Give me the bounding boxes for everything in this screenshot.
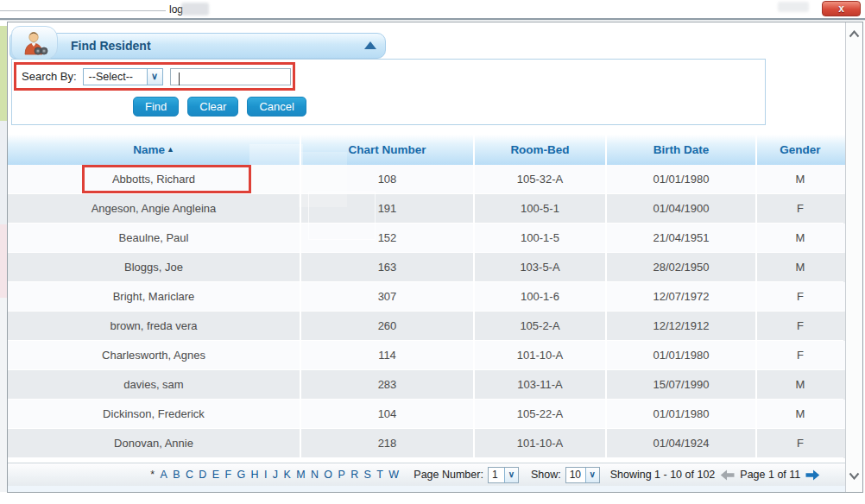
table-row[interactable]: brown, freda vera260105-2-A12/12/1912F: [8, 312, 845, 341]
column-header-gender[interactable]: Gender: [757, 135, 843, 165]
table-cell[interactable]: 01/04/1900: [607, 194, 757, 224]
table-cell[interactable]: M: [757, 224, 843, 253]
table-cell[interactable]: Bloggs, Joe: [8, 253, 301, 282]
table-cell[interactable]: M: [757, 165, 843, 194]
prev-page-icon[interactable]: [720, 469, 735, 481]
alpha-filter-o[interactable]: O: [324, 469, 332, 481]
clear-button[interactable]: Clear: [187, 97, 238, 117]
table-cell[interactable]: brown, freda vera: [8, 312, 301, 341]
table-row[interactable]: Charlesworth, Agnes114101-10-A01/01/1980…: [8, 341, 845, 370]
cancel-button[interactable]: Cancel: [247, 97, 306, 117]
table-cell[interactable]: 103-5-A: [475, 253, 607, 282]
alpha-filter-i[interactable]: I: [264, 469, 267, 481]
alpha-filter-all[interactable]: *: [150, 469, 155, 481]
table-cell[interactable]: 218: [301, 429, 475, 458]
table-cell[interactable]: 105-32-A: [475, 165, 607, 194]
table-cell[interactable]: 01/01/1980: [607, 165, 757, 194]
table-cell[interactable]: 100-1-6: [475, 282, 607, 312]
alpha-filter-p[interactable]: P: [338, 469, 344, 481]
table-row[interactable]: Abbotts, Richard108105-32-A01/01/1980M: [8, 165, 845, 194]
search-input[interactable]: [170, 68, 291, 85]
scroll-up-icon[interactable]: [849, 30, 860, 38]
table-cell[interactable]: 15/07/1990: [607, 370, 757, 400]
table-cell[interactable]: 260: [301, 312, 475, 341]
table-row[interactable]: davies, sam283103-11-A15/07/1990M: [8, 370, 845, 400]
table-cell[interactable]: 01/04/1924: [607, 429, 757, 458]
table-cell[interactable]: M: [757, 370, 843, 400]
alpha-filter-w[interactable]: W: [388, 469, 399, 481]
alpha-filter-j[interactable]: J: [273, 469, 278, 481]
table-cell[interactable]: M: [757, 253, 843, 282]
show-select[interactable]: 10 ∨: [565, 467, 600, 483]
table-cell[interactable]: 103-11-A: [475, 370, 607, 400]
chevron-down-icon[interactable]: ∨: [147, 69, 162, 85]
alpha-filter-k[interactable]: K: [283, 469, 290, 481]
column-header-name[interactable]: Name▲: [8, 135, 301, 165]
alpha-filter-c[interactable]: C: [186, 469, 193, 481]
page-number-select[interactable]: 1 ∨: [488, 467, 519, 483]
alpha-filter-a[interactable]: A: [160, 469, 167, 481]
alpha-filter-n[interactable]: N: [311, 469, 319, 481]
table-row[interactable]: Donovan, Annie218101-10-A01/04/1924F: [8, 429, 845, 458]
table-cell[interactable]: 01/01/1980: [607, 400, 757, 429]
table-cell[interactable]: Dickinson, Frederick: [8, 400, 301, 429]
table-cell[interactable]: 105-2-A: [475, 312, 607, 341]
table-cell[interactable]: Beaulne, Paul: [8, 224, 301, 253]
table-cell[interactable]: davies, sam: [8, 370, 301, 400]
vertical-scrollbar[interactable]: [845, 22, 862, 492]
alpha-filter-f[interactable]: F: [224, 469, 231, 481]
table-row[interactable]: Angeson, Angie Angleina191100-5-101/04/1…: [8, 194, 845, 224]
find-button[interactable]: Find: [133, 97, 179, 117]
alpha-filter-t[interactable]: T: [376, 469, 383, 481]
table-cell[interactable]: 12/12/1912: [607, 312, 757, 341]
alpha-filter-e[interactable]: E: [212, 469, 219, 481]
table-cell[interactable]: Charlesworth, Agnes: [8, 341, 301, 370]
column-header-room-bed[interactable]: Room-Bed: [475, 135, 607, 165]
alpha-filter-m[interactable]: M: [296, 469, 305, 481]
scroll-down-icon[interactable]: [849, 472, 860, 480]
table-row[interactable]: Bright, Mariclare307100-1-612/07/1972F: [8, 282, 845, 312]
table-cell[interactable]: 28/02/1950: [607, 253, 757, 282]
table-cell[interactable]: 191: [301, 194, 475, 224]
table-cell[interactable]: F: [757, 341, 843, 370]
chevron-down-icon[interactable]: ∨: [504, 468, 518, 482]
table-cell[interactable]: Abbotts, Richard: [8, 165, 301, 194]
table-cell[interactable]: 12/07/1972: [607, 282, 757, 312]
collapse-arrow-icon[interactable]: [364, 41, 376, 49]
table-cell[interactable]: M: [757, 400, 843, 429]
table-cell[interactable]: 21/04/1951: [607, 224, 757, 253]
table-cell[interactable]: 108: [301, 165, 475, 194]
chevron-down-icon[interactable]: ∨: [585, 468, 599, 482]
table-cell[interactable]: 100-1-5: [475, 224, 607, 253]
table-cell[interactable]: F: [757, 194, 843, 224]
table-cell[interactable]: 163: [301, 253, 475, 282]
table-row[interactable]: Bloggs, Joe163103-5-A28/02/1950M: [8, 253, 845, 282]
alpha-filter-s[interactable]: S: [364, 469, 371, 481]
alpha-filter-g[interactable]: G: [237, 469, 245, 481]
alpha-filter-b[interactable]: B: [173, 469, 180, 481]
table-cell[interactable]: F: [757, 282, 843, 312]
next-page-icon[interactable]: [805, 469, 820, 481]
alpha-filter-h[interactable]: H: [251, 469, 259, 481]
table-row[interactable]: Beaulne, Paul152100-1-521/04/1951M: [8, 224, 845, 253]
table-cell[interactable]: 100-5-1: [475, 194, 607, 224]
table-cell[interactable]: F: [757, 429, 843, 458]
table-cell[interactable]: 104: [301, 400, 475, 429]
table-cell[interactable]: 105-22-A: [475, 400, 607, 429]
table-cell[interactable]: 114: [301, 341, 475, 370]
close-icon[interactable]: x: [822, 1, 861, 16]
table-cell[interactable]: 01/01/1980: [607, 341, 757, 370]
column-header-chart-number[interactable]: Chart Number: [301, 135, 475, 165]
table-cell[interactable]: Angeson, Angie Angleina: [8, 194, 301, 224]
table-cell[interactable]: 101-10-A: [475, 429, 607, 458]
table-row[interactable]: Dickinson, Frederick104105-22-A01/01/198…: [8, 400, 845, 429]
search-by-select[interactable]: --Select-- ∨: [83, 68, 163, 85]
alpha-filter-r[interactable]: R: [350, 469, 358, 481]
column-header-birth-date[interactable]: Birth Date: [607, 135, 757, 165]
table-cell[interactable]: 101-10-A: [475, 341, 607, 370]
table-cell[interactable]: F: [757, 312, 843, 341]
table-cell[interactable]: Donovan, Annie: [8, 429, 301, 458]
table-cell[interactable]: 283: [301, 370, 475, 400]
table-cell[interactable]: Bright, Mariclare: [8, 282, 301, 312]
table-cell[interactable]: 152: [301, 224, 475, 253]
